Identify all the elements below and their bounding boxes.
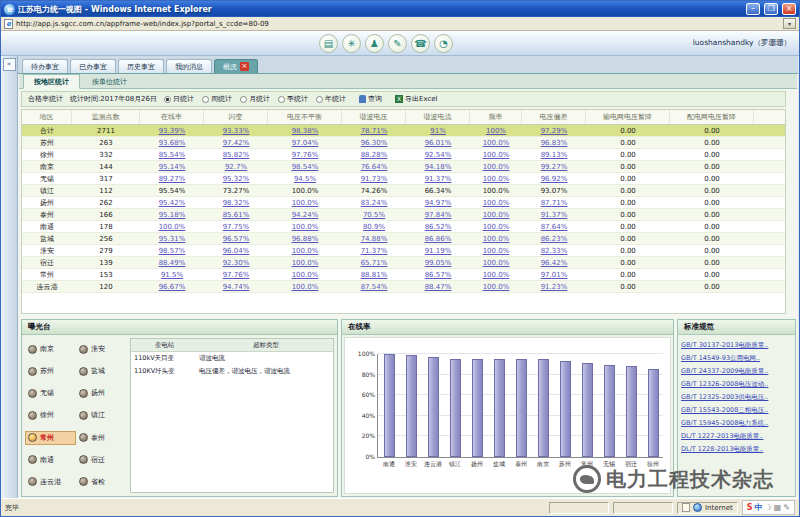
standard-link[interactable]: GB/T 12326-2008电压波动.. [681,378,792,391]
value-link[interactable]: 88.28% [361,151,388,159]
standard-link[interactable]: GB/T 12325-2003供电电压.. [681,391,792,404]
subtab-按地区统计[interactable]: 按地区统计 [23,74,80,89]
value-link[interactable]: 65.71% [361,259,388,267]
value-link[interactable]: 78.71% [361,127,388,135]
city-button-扬州[interactable]: 扬州 [76,386,127,400]
value-link[interactable]: 100.0% [292,223,319,231]
ime-icon[interactable]: S [747,503,753,512]
value-link[interactable]: 100% [486,127,506,135]
tab-概况[interactable]: 概况× [214,59,258,73]
value-link[interactable]: 95.32% [223,175,250,183]
notes-icon[interactable]: ▤ [319,34,338,53]
radio-月统计[interactable]: 月统计 [240,94,270,104]
value-link[interactable]: 83.24% [361,199,388,207]
value-link[interactable]: 100.0% [483,271,510,279]
value-link[interactable]: 96.01% [425,139,452,147]
value-link[interactable]: 96.30% [361,139,388,147]
value-link[interactable]: 88.47% [425,283,452,291]
radio-日统计[interactable]: 日统计 [164,94,194,104]
value-link[interactable]: 92.30% [223,259,250,267]
value-link[interactable]: 96.67% [159,283,186,291]
tab-我的消息[interactable]: 我的消息 [166,59,212,73]
tab-历史事宜[interactable]: 历史事宜 [118,59,164,73]
value-link[interactable]: 97.01% [541,271,568,279]
value-link[interactable]: 97.29% [541,127,568,135]
address-url[interactable]: http://app.js.sgcc.com.cn/appframe-web/i… [16,20,780,28]
value-link[interactable]: 80.9% [363,223,385,231]
value-link[interactable]: 85.61% [223,211,250,219]
value-link[interactable]: 87.54% [361,283,388,291]
value-link[interactable]: 100.0% [483,139,510,147]
value-link[interactable]: 95.18% [159,211,186,219]
value-link[interactable]: 97.76% [223,271,250,279]
value-link[interactable]: 96.88% [292,235,319,243]
value-link[interactable]: 97.84% [425,211,452,219]
value-link[interactable]: 97.76% [292,151,319,159]
value-link[interactable]: 100.0% [483,223,510,231]
export-excel-button[interactable]: X 导出Excel [395,94,438,104]
value-link[interactable]: 97.04% [292,139,319,147]
value-link[interactable]: 86.52% [425,223,452,231]
value-link[interactable]: 100.0% [483,175,510,183]
value-link[interactable]: 93.39% [159,127,186,135]
value-link[interactable]: 93.68% [159,139,186,147]
value-link[interactable]: 93.33% [223,127,250,135]
clock-icon[interactable]: ◔ [434,34,453,53]
value-link[interactable]: 96.04% [223,247,250,255]
city-button-宿迁[interactable]: 宿迁 [76,453,127,467]
value-link[interactable]: 95.42% [159,199,186,207]
standard-link[interactable]: GB/T 30137-2013电能质量.. [681,339,792,352]
standard-link[interactable]: GB/T 14549-93公用电网.. [681,352,792,365]
expand-panel-button[interactable]: » [3,58,16,71]
ime-icon[interactable]: ☽ [765,503,772,512]
value-link[interactable]: 94.24% [292,211,319,219]
value-link[interactable]: 94.5% [294,175,316,183]
standard-link[interactable]: DL/T 1228-2013电能质量.. [681,443,792,456]
value-link[interactable]: 100.0% [483,247,510,255]
value-link[interactable]: 85.54% [159,151,186,159]
value-link[interactable]: 91.37% [541,211,568,219]
value-link[interactable]: 99.05% [425,259,452,267]
value-link[interactable]: 91.19% [425,247,452,255]
city-button-省检[interactable]: 省检 [76,475,127,489]
value-link[interactable]: 71.37% [361,247,388,255]
tab-已办事宜[interactable]: 已办事宜 [70,59,116,73]
value-link[interactable]: 95.14% [159,163,186,171]
value-link[interactable]: 95.31% [159,235,186,243]
value-link[interactable]: 89.13% [541,151,568,159]
value-link[interactable]: 100.0% [292,283,319,291]
value-link[interactable]: 86.57% [425,271,452,279]
address-dropdown-button[interactable]: ▾ [783,18,796,29]
radio-周统计[interactable]: 周统计 [202,94,232,104]
value-link[interactable]: 92.7% [225,163,247,171]
value-link[interactable]: 98.38% [292,127,319,135]
value-link[interactable]: 98.32% [223,199,250,207]
value-link[interactable]: 70.5% [363,211,385,219]
city-button-镇江[interactable]: 镇江 [76,408,127,422]
value-link[interactable]: 82.33% [541,247,568,255]
value-link[interactable]: 94.74% [223,283,250,291]
value-link[interactable]: 100.0% [483,283,510,291]
value-link[interactable]: 100.0% [483,163,510,171]
city-button-徐州[interactable]: 徐州 [25,408,76,422]
tab-close-icon[interactable]: × [240,62,249,71]
maximize-button[interactable]: ❐ [764,3,778,15]
value-link[interactable]: 97.42% [223,139,250,147]
value-link[interactable]: 100.0% [483,235,510,243]
value-link[interactable]: 92.54% [425,151,452,159]
value-link[interactable]: 96.92% [541,175,568,183]
ime-icon[interactable]: 中 [755,502,763,513]
value-link[interactable]: 87.64% [541,223,568,231]
standard-link[interactable]: GB/T 24337-2009电能质量.. [681,365,792,378]
value-link[interactable]: 100.0% [292,259,319,267]
value-link[interactable]: 87.71% [541,199,568,207]
value-link[interactable]: 96.83% [541,139,568,147]
city-button-南通[interactable]: 南通 [25,453,76,467]
value-link[interactable]: 100.0% [483,199,510,207]
value-link[interactable]: 76.64% [361,163,388,171]
value-link[interactable]: 98.57% [159,247,186,255]
value-link[interactable]: 74.88% [361,235,388,243]
value-link[interactable]: 86.86% [425,235,452,243]
value-link[interactable]: 100.0% [292,271,319,279]
ime-icon[interactable]: ▦ [774,503,782,512]
